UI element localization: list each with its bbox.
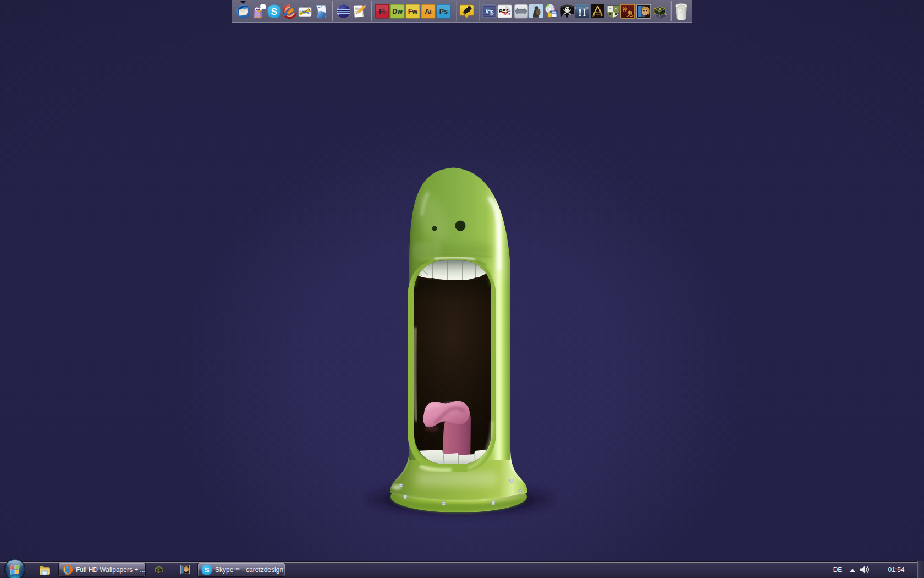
svg-text:Fw: Fw xyxy=(408,8,417,15)
svg-text:鬼: 鬼 xyxy=(626,10,633,18)
svg-text:Ai: Ai xyxy=(425,8,432,15)
svg-text:S: S xyxy=(204,566,209,574)
svg-text:2012: 2012 xyxy=(503,13,511,16)
svg-text:Dw: Dw xyxy=(392,8,403,15)
svg-text:Ps: Ps xyxy=(439,8,447,15)
svg-text:Fl: Fl xyxy=(378,8,384,15)
svg-text:LINEAGE: LINEAGE xyxy=(575,7,590,9)
svg-text:S: S xyxy=(271,7,277,17)
